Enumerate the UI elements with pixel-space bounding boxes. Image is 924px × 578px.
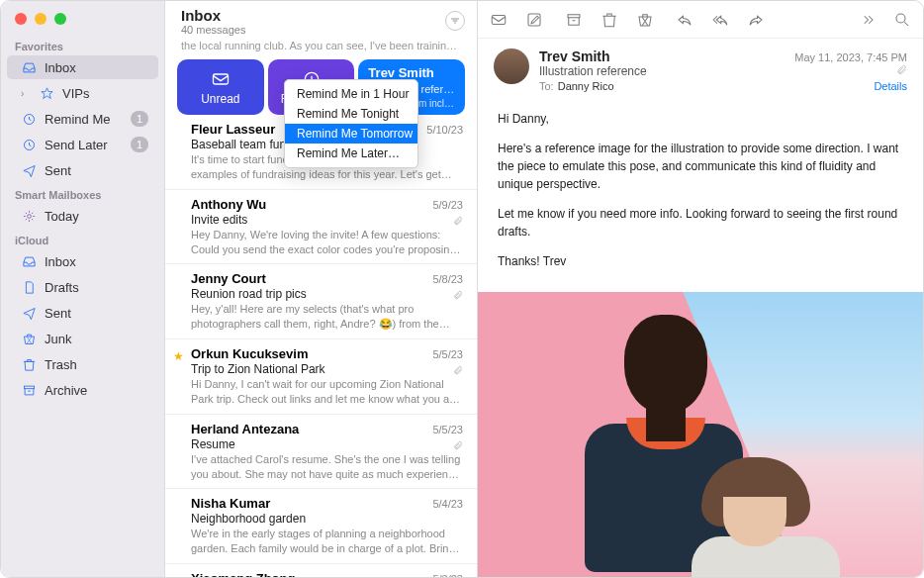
archive-icon[interactable] bbox=[565, 11, 583, 29]
window-controls bbox=[1, 7, 164, 35]
trash-icon[interactable] bbox=[601, 11, 618, 29]
message-row[interactable]: ↪Xiaomeng Zhong5/3/23Park PhotosHi Danny… bbox=[165, 564, 477, 577]
sidebar-item-today[interactable]: Today bbox=[7, 204, 158, 228]
search-icon[interactable] bbox=[893, 11, 911, 29]
reply-icon[interactable] bbox=[676, 11, 693, 29]
prev-message-preview[interactable]: the local running club. As you can see, … bbox=[165, 40, 477, 55]
message-row[interactable]: ★Orkun Kucuksevim5/5/23Trip to Zion Nati… bbox=[165, 339, 477, 415]
sidebar-item-junk[interactable]: Junk bbox=[7, 327, 158, 350]
remind-me-menu: Remind Me in 1 Hour Remind Me Tonight Re… bbox=[284, 79, 418, 168]
menu-item-remind-tomorrow[interactable]: Remind Me Tomorrow bbox=[285, 124, 417, 144]
row-sender: Xiaomeng Zhong bbox=[191, 571, 295, 577]
attachment-image[interactable] bbox=[478, 292, 923, 577]
svg-rect-6 bbox=[492, 15, 506, 24]
row-subject: Resume bbox=[191, 437, 463, 451]
sidebar-item-label: Sent bbox=[45, 163, 148, 178]
row-subject: Trip to Zion National Park bbox=[191, 362, 463, 376]
message-row[interactable]: Nisha Kumar5/4/23Neighborhood gardenWe'r… bbox=[165, 489, 477, 564]
message-subject: Illustration reference bbox=[539, 64, 647, 78]
body-paragraph: Thanks! Trev bbox=[498, 252, 903, 270]
sidebar-item-label: Archive bbox=[45, 383, 148, 398]
row-preview: We're in the early stages of planning a … bbox=[191, 527, 463, 556]
archive-icon bbox=[21, 382, 37, 398]
sidebar-section-icloud: iCloud bbox=[1, 229, 164, 248]
sidebar-item-label: Trash bbox=[45, 357, 148, 372]
row-date: 5/5/23 bbox=[432, 348, 463, 360]
mailbox-title: Inbox bbox=[181, 7, 245, 24]
sidebar-item-label: Junk bbox=[45, 332, 148, 346]
sidebar-item-label: Inbox bbox=[45, 254, 148, 269]
row-sender: Jenny Court bbox=[191, 271, 266, 286]
row-sender: Anthony Wu bbox=[191, 197, 266, 212]
svg-rect-4 bbox=[213, 74, 228, 84]
zoom-window-button[interactable] bbox=[54, 13, 66, 25]
sidebar-item-label: Sent bbox=[45, 306, 148, 321]
sender-avatar[interactable] bbox=[494, 48, 529, 84]
row-subject: Reunion road trip pics bbox=[191, 287, 463, 301]
filter-button[interactable] bbox=[445, 11, 465, 31]
envelope-icon[interactable] bbox=[490, 11, 508, 29]
compose-icon[interactable] bbox=[525, 11, 543, 29]
message-reader-pane: Trev Smith May 11, 2023, 7:45 PM Illustr… bbox=[478, 1, 923, 577]
reply-all-icon[interactable] bbox=[711, 11, 729, 29]
sidebar-item-archive[interactable]: Archive bbox=[7, 378, 158, 402]
sidebar-item-icloud-sent[interactable]: Sent bbox=[7, 301, 158, 325]
swipe-action-label: Unread bbox=[201, 92, 239, 106]
sidebar-item-label: Drafts bbox=[45, 280, 148, 295]
attachment-icon bbox=[453, 440, 463, 450]
attachment-icon bbox=[896, 64, 907, 75]
sidebar-item-send-later[interactable]: Send Later 1 bbox=[7, 133, 158, 156]
svg-rect-8 bbox=[568, 14, 580, 17]
sidebar-item-drafts[interactable]: Drafts bbox=[7, 275, 158, 299]
paper-plane-icon bbox=[21, 305, 37, 321]
details-link[interactable]: Details bbox=[874, 80, 907, 92]
chevron-right-icon[interactable]: › bbox=[21, 88, 31, 99]
minimize-window-button[interactable] bbox=[35, 13, 46, 25]
sidebar-item-trash[interactable]: Trash bbox=[7, 352, 158, 376]
row-subject: Invite edits bbox=[191, 213, 463, 227]
sidebar-item-label: VIPs bbox=[62, 86, 148, 101]
row-date: 5/8/23 bbox=[432, 273, 463, 285]
sidebar-item-label: Inbox bbox=[45, 60, 148, 75]
forward-icon[interactable] bbox=[747, 11, 765, 29]
swipe-actions-row: Unread Remind Me Trev Smith Illustration… bbox=[165, 55, 477, 115]
row-sender: Orkun Kucuksevim bbox=[191, 346, 309, 361]
document-icon bbox=[21, 279, 37, 295]
junk-icon[interactable] bbox=[636, 11, 654, 29]
row-preview: Hey Danny, We're loving the invite! A fe… bbox=[191, 228, 463, 257]
more-icon[interactable] bbox=[858, 11, 876, 29]
row-sender: Fleur Lasseur bbox=[191, 122, 275, 137]
menu-item-remind-tonight[interactable]: Remind Me Tonight bbox=[285, 104, 417, 124]
svg-point-2 bbox=[27, 214, 31, 218]
message-row[interactable]: Anthony Wu5/9/23Invite editsHey Danny, W… bbox=[165, 190, 477, 265]
message-row[interactable]: Jenny Court5/8/23Reunion road trip picsH… bbox=[165, 264, 477, 339]
row-preview: Hey, y'all! Here are my selects (that's … bbox=[191, 302, 463, 332]
swipe-action-unread[interactable]: Unread bbox=[177, 59, 264, 115]
message-header: Trev Smith May 11, 2023, 7:45 PM Illustr… bbox=[478, 39, 923, 100]
svg-rect-3 bbox=[24, 386, 34, 389]
menu-item-remind-1h[interactable]: Remind Me in 1 Hour bbox=[285, 84, 417, 104]
sidebar-item-remind-me[interactable]: Remind Me 1 bbox=[7, 107, 158, 131]
gear-icon bbox=[21, 208, 37, 224]
mail-window: Favorites Inbox › VIPs Remind Me 1 Send … bbox=[0, 0, 924, 578]
sidebar-item-label: Remind Me bbox=[45, 112, 123, 127]
sidebar-item-icloud-inbox[interactable]: Inbox bbox=[7, 249, 158, 273]
row-sender: Herland Antezana bbox=[191, 422, 299, 436]
sidebar: Favorites Inbox › VIPs Remind Me 1 Send … bbox=[1, 1, 165, 577]
sidebar-item-vips[interactable]: › VIPs bbox=[7, 81, 158, 105]
message-row[interactable]: Herland Antezana5/5/23ResumeI've attache… bbox=[165, 415, 477, 490]
to-recipient[interactable]: Danny Rico bbox=[558, 80, 614, 92]
paper-plane-icon bbox=[21, 162, 37, 178]
message-body: Hi Danny, Here's a reference image for t… bbox=[478, 100, 923, 292]
message-list-pane: Inbox 40 messages the local running club… bbox=[165, 1, 478, 577]
forwarded-icon: ↪ bbox=[173, 574, 182, 577]
sidebar-item-sent[interactable]: Sent bbox=[7, 158, 158, 182]
close-window-button[interactable] bbox=[15, 13, 27, 25]
row-subject: Neighborhood garden bbox=[191, 512, 463, 526]
message-list-scroll[interactable]: the local running club. As you can see, … bbox=[165, 40, 477, 577]
body-paragraph: Hi Danny, bbox=[498, 110, 903, 128]
svg-rect-7 bbox=[528, 14, 540, 26]
menu-item-remind-later[interactable]: Remind Me Later… bbox=[285, 144, 417, 163]
sidebar-item-inbox[interactable]: Inbox bbox=[7, 55, 158, 79]
mailbox-subtitle: 40 messages bbox=[181, 24, 245, 36]
